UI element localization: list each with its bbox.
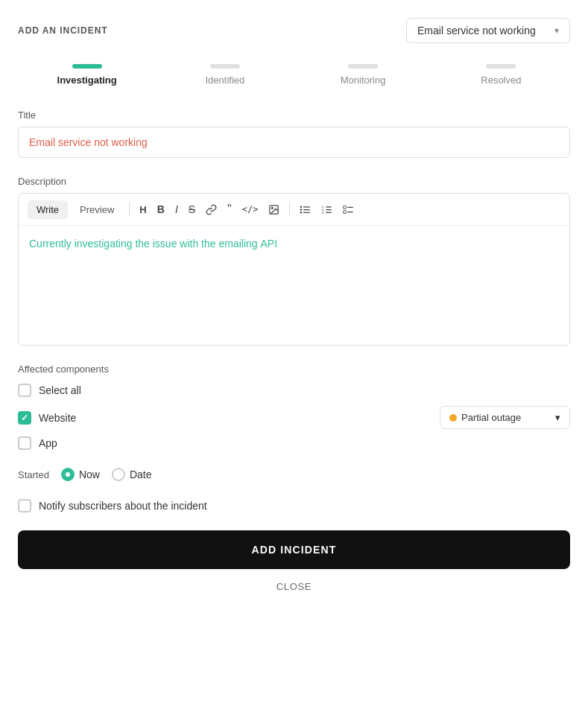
- component-left-app: App: [18, 436, 57, 450]
- status-chevron-icon: ▾: [555, 412, 560, 423]
- radio-now-circle[interactable]: [61, 468, 75, 481]
- steps-container: Investigating Identified Monitoring Reso…: [18, 64, 570, 86]
- step-indicator-investigating: [72, 64, 102, 69]
- code-inline-btn[interactable]: </>: [238, 201, 262, 218]
- italic-btn[interactable]: I: [171, 200, 182, 218]
- page-title: ADD AN INCIDENT: [18, 25, 108, 36]
- editor-toolbar: Write Preview H B I S " </>: [19, 194, 569, 226]
- step-monitoring[interactable]: Monitoring: [294, 64, 432, 86]
- notify-checkbox[interactable]: [18, 499, 31, 512]
- editor-container: Write Preview H B I S " </>: [18, 193, 570, 346]
- strikethrough-btn[interactable]: S: [185, 200, 199, 218]
- svg-rect-14: [344, 206, 347, 209]
- step-resolved[interactable]: Resolved: [432, 64, 570, 86]
- chevron-down-icon: ▾: [554, 25, 559, 36]
- step-indicator-resolved: [486, 64, 516, 69]
- toolbar-separator: [129, 202, 130, 217]
- image-btn[interactable]: [265, 201, 283, 218]
- website-checkbox[interactable]: [18, 411, 31, 425]
- incident-dropdown-value: Email service not working: [417, 25, 536, 36]
- editor-text-api: API: [261, 238, 278, 250]
- website-status-dropdown[interactable]: Partial outage ▾: [440, 406, 570, 429]
- select-all-row: Select all: [18, 384, 570, 397]
- write-tab[interactable]: Write: [28, 200, 68, 219]
- affected-components-label: Affected components: [18, 364, 570, 375]
- select-all-label[interactable]: Select all: [39, 384, 81, 396]
- unordered-list-btn[interactable]: [296, 202, 314, 218]
- description-group: Description Write Preview H B I S " </>: [18, 176, 570, 346]
- link-btn[interactable]: [202, 201, 221, 218]
- heading-btn[interactable]: H: [136, 201, 150, 218]
- step-investigating[interactable]: Investigating: [18, 64, 156, 86]
- svg-point-7: [300, 212, 303, 214]
- close-button[interactable]: CLOSE: [276, 581, 312, 592]
- svg-text:3.: 3.: [322, 210, 325, 214]
- step-label-monitoring: Monitoring: [341, 74, 386, 86]
- step-indicator-identified: [210, 64, 240, 69]
- title-label: Title: [18, 109, 570, 121]
- radio-now-label: Now: [79, 469, 100, 480]
- preview-tab[interactable]: Preview: [71, 200, 123, 219]
- svg-point-6: [300, 209, 303, 211]
- title-input[interactable]: [18, 127, 570, 158]
- status-dot-yellow: [449, 414, 457, 422]
- toolbar-separator-2: [289, 202, 290, 217]
- add-incident-button[interactable]: ADD INCIDENT: [18, 530, 570, 569]
- close-btn-wrapper: CLOSE: [18, 581, 570, 610]
- component-row-app: App: [18, 436, 570, 450]
- notify-label: Notify subscribers about the incident: [39, 500, 207, 512]
- app-checkbox[interactable]: [18, 436, 31, 450]
- website-label: Website: [39, 412, 76, 424]
- step-indicator-monitoring: [348, 64, 378, 69]
- step-label-investigating: Investigating: [57, 74, 117, 86]
- select-all-checkbox[interactable]: [18, 384, 31, 397]
- app-label: App: [39, 437, 57, 449]
- svg-point-5: [300, 206, 303, 208]
- started-row: Started Now Date: [18, 468, 570, 481]
- ordered-list-btn[interactable]: 1.2.3.: [317, 202, 336, 218]
- radio-now[interactable]: Now: [61, 468, 100, 481]
- component-row-website: Website Partial outage ▾: [18, 406, 570, 429]
- started-label: Started: [18, 469, 49, 480]
- svg-point-1: [272, 207, 274, 209]
- bold-btn[interactable]: B: [154, 200, 168, 218]
- editor-body[interactable]: Currently investigating the issue with t…: [19, 226, 569, 345]
- affected-components-group: Affected components Select all Website P…: [18, 364, 570, 450]
- top-bar: ADD AN INCIDENT Email service not workin…: [18, 18, 570, 43]
- task-list-btn[interactable]: [339, 202, 358, 218]
- status-left-website: Partial outage: [449, 412, 521, 423]
- editor-text-plain: Currently investigating the issue with t…: [29, 238, 261, 250]
- notify-row: Notify subscribers about the incident: [18, 499, 570, 512]
- component-left-website: Website: [18, 411, 76, 425]
- step-label-resolved: Resolved: [481, 74, 521, 86]
- title-group: Title: [18, 109, 570, 158]
- description-label: Description: [18, 176, 570, 187]
- bottom-section: ADD INCIDENT CLOSE: [18, 530, 570, 610]
- step-identified[interactable]: Identified: [156, 64, 294, 86]
- radio-date-circle[interactable]: [112, 468, 125, 481]
- radio-date[interactable]: Date: [112, 468, 152, 481]
- website-status-label: Partial outage: [461, 412, 521, 423]
- incident-dropdown[interactable]: Email service not working ▾: [406, 18, 570, 43]
- quote-btn[interactable]: ": [224, 200, 235, 219]
- svg-rect-16: [344, 210, 347, 213]
- step-label-identified: Identified: [205, 74, 244, 86]
- radio-date-label: Date: [130, 469, 152, 480]
